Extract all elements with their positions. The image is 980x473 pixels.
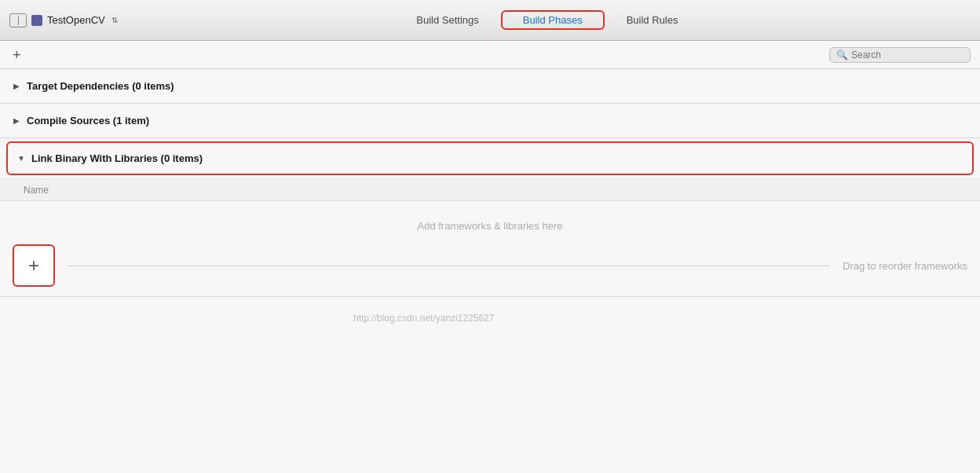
sidebar-toggle-button[interactable] — [9, 13, 27, 28]
search-container: 🔍 — [829, 47, 971, 63]
column-header-name: Name — [0, 178, 980, 201]
section-target-dependencies: ▶ Target Dependencies (0 items) — [0, 69, 980, 104]
section-link-binary: ▼ Link Binary With Libraries (0 items) N… — [0, 141, 980, 297]
search-icon: 🔍 — [836, 50, 848, 60]
add-framework-icon: + — [28, 255, 39, 277]
section-link-binary-title: Link Binary With Libraries (0 items) — [31, 152, 203, 164]
section-compile-sources-header[interactable]: ▶ Compile Sources (1 item) — [0, 104, 980, 138]
toolbar: TestOpenCV ⇅ Build Settings Build Phases… — [0, 0, 980, 41]
drag-divider-line — [68, 266, 830, 266]
tab-bar: Build Settings Build Phases Build Rules — [124, 10, 971, 30]
section-compile-sources: ▶ Compile Sources (1 item) — [0, 104, 980, 138]
subtoolbar: + 🔍 — [0, 41, 980, 69]
drag-reorder-text: Drag to reorder frameworks — [843, 260, 967, 272]
add-frameworks-placeholder: Add frameworks & libraries here — [418, 220, 563, 232]
sidebar-toggle-icon — [14, 16, 19, 25]
tab-build-rules[interactable]: Build Rules — [605, 10, 700, 30]
tab-build-phases[interactable]: Build Phases — [501, 10, 605, 30]
section-target-dependencies-header[interactable]: ▶ Target Dependencies (0 items) — [0, 69, 980, 103]
arrow-compile-sources: ▶ — [13, 116, 20, 125]
arrow-link-binary: ▼ — [17, 154, 25, 163]
search-input[interactable] — [851, 50, 964, 60]
project-icon — [31, 15, 42, 26]
section-target-dependencies-title: Target Dependencies (0 items) — [27, 80, 174, 92]
section-compile-sources-title: Compile Sources (1 item) — [27, 115, 149, 126]
xcode-window: TestOpenCV ⇅ Build Settings Build Phases… — [0, 0, 980, 473]
stepper-icon[interactable]: ⇅ — [112, 16, 118, 24]
add-framework-button[interactable]: + — [13, 244, 55, 287]
add-framework-container: + Drag to reorder frameworks — [0, 244, 980, 296]
column-header-name-text: Name — [24, 185, 49, 196]
add-phase-button[interactable]: + — [9, 48, 24, 62]
section-link-binary-header[interactable]: ▼ Link Binary With Libraries (0 items) — [6, 141, 974, 175]
arrow-target-dependencies: ▶ — [13, 82, 20, 90]
tab-build-settings[interactable]: Build Settings — [394, 10, 501, 30]
toolbar-left: TestOpenCV ⇅ — [9, 13, 118, 28]
project-name: TestOpenCV — [47, 14, 105, 26]
empty-libraries-area: Add frameworks & libraries here — [0, 201, 980, 244]
watermark: http://blog.csdn.net/yanzi1225627 — [353, 313, 494, 324]
content-area: ▶ Target Dependencies (0 items) ▶ Compil… — [0, 69, 980, 473]
